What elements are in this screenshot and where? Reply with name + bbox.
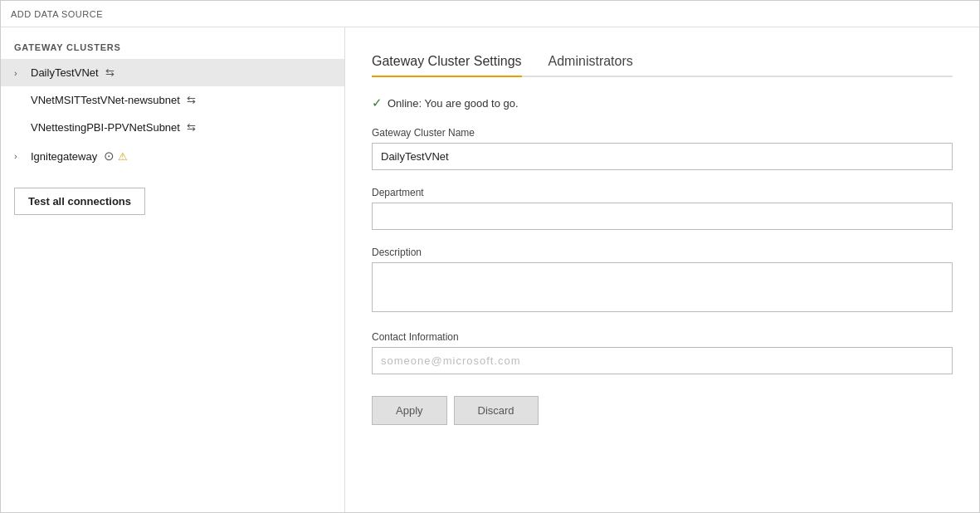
tab-administrators[interactable]: Administrators [549, 47, 633, 76]
description-label: Description [372, 247, 953, 258]
sync-icon-vnetmsit: ⇆ [187, 94, 196, 106]
contact-group: Contact Information [372, 331, 953, 388]
contact-label: Contact Information [372, 331, 953, 343]
sync-icon-dailytestvnet: ⇆ [105, 66, 115, 79]
chevron-right-icon-ignite: › [14, 151, 27, 161]
sidebar-item-dailytestvnet[interactable]: › DailyTestVNet ⇆ [1, 59, 344, 86]
cluster-name-input[interactable] [372, 143, 953, 170]
apply-button[interactable]: Apply [372, 396, 447, 425]
cluster-name-dailytestvnet: DailyTestVNet [31, 66, 99, 79]
chevron-right-icon: › [14, 68, 27, 78]
department-label: Department [372, 187, 953, 198]
top-bar: ADD DATA SOURCE [1, 1, 979, 27]
description-input[interactable] [372, 262, 953, 312]
contact-input[interactable] [372, 347, 953, 374]
cluster-name-vnettesting: VNettestingPBI-PPVNetSubnet [31, 121, 180, 134]
department-group: Department [372, 187, 953, 243]
sidebar-item-vnettesting[interactable]: VNettestingPBI-PPVNetSubnet ⇆ [1, 114, 344, 141]
action-bar: Apply Discard [372, 396, 953, 425]
department-input[interactable] [372, 203, 953, 230]
sidebar-item-ignitegateway[interactable]: › Ignitegateway ⊙ ⚠ [1, 141, 344, 171]
tab-gateway-cluster-settings[interactable]: Gateway Cluster Settings [372, 47, 522, 76]
cloud-icon-ignitegateway: ⊙ [104, 149, 115, 164]
sync-icon-vnettesting: ⇆ [187, 121, 196, 134]
status-line: ✓ Online: You are good to go. [372, 95, 953, 110]
cluster-name-ignitegateway: Ignitegateway [31, 150, 97, 163]
cluster-name-label: Gateway Cluster Name [372, 127, 953, 139]
sidebar-item-vnetmsit[interactable]: VNetMSITTestVNet-newsubnet ⇆ [1, 86, 344, 114]
status-text: Online: You are good to go. [388, 97, 519, 110]
cluster-name-vnetmsit: VNetMSITTestVNet-newsubnet [31, 94, 180, 106]
discard-button[interactable]: Discard [454, 396, 539, 425]
tab-bar: Gateway Cluster Settings Administrators [372, 47, 953, 77]
warning-icon-ignitegateway: ⚠ [118, 150, 128, 163]
status-check-icon: ✓ [372, 95, 383, 110]
test-all-connections-button[interactable]: Test all connections [14, 188, 145, 215]
cluster-name-group: Gateway Cluster Name [372, 127, 953, 183]
description-group: Description [372, 247, 953, 328]
sidebar-section-title: GATEWAY CLUSTERS [1, 42, 344, 59]
page-title: ADD DATA SOURCE [11, 9, 103, 19]
right-panel: Gateway Cluster Settings Administrators … [345, 27, 979, 513]
sidebar: GATEWAY CLUSTERS › DailyTestVNet ⇆ VNetM… [1, 27, 345, 513]
test-all-connections-wrap: Test all connections [1, 171, 344, 232]
main-layout: GATEWAY CLUSTERS › DailyTestVNet ⇆ VNetM… [1, 27, 979, 513]
